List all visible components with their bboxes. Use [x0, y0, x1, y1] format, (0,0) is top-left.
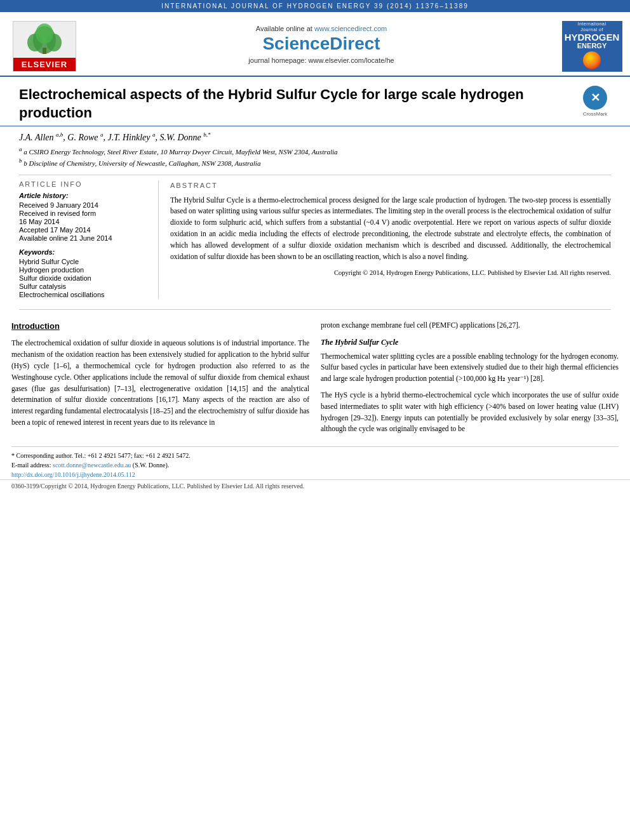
revised-label: Received in revised form — [19, 210, 149, 217]
doi-line: http://dx.doi.org/10.1016/j.ijhydene.201… — [11, 470, 619, 479]
keywords-section: Keywords: Hybrid Sulfur Cycle Hydrogen p… — [19, 248, 149, 298]
abstract-header: ABSTRACT — [170, 180, 611, 191]
crossmark-icon: ✕ — [583, 86, 607, 110]
bottom-bar: 0360-3199/Copyright © 2014, Hydrogen Ene… — [0, 479, 630, 492]
intro-para-1: The electrochemical oxidation of sulfur … — [11, 338, 309, 429]
authors-line: J.A. Allen a,b, G. Rowe a, J.T. Hinkley … — [19, 131, 611, 143]
body-right-column: proton exchange membrane fuel cell (PEMF… — [321, 320, 619, 440]
body-section: Introduction The electrochemical oxidati… — [0, 320, 630, 440]
footnote-section: * Corresponding author. Tel.: +61 2 4921… — [11, 446, 619, 479]
right-para-3: The HyS cycle is a hybrid thermo-electro… — [321, 390, 619, 435]
article-title: Electrochemical aspects of the Hybrid Su… — [19, 86, 570, 122]
keyword-4: Sulfur catalysis — [19, 283, 149, 290]
abstract-copyright: Copyright © 2014, Hydrogen Energy Public… — [170, 268, 611, 278]
right-para-1: proton exchange membrane fuel cell (PEMF… — [321, 320, 619, 331]
abstract-column: ABSTRACT The Hybrid Sulfur Cycle is a th… — [159, 180, 611, 299]
affiliation-1: a a CSIRO Energy Technology, Steel River… — [19, 145, 611, 157]
keyword-3: Sulfur dioxide oxidation — [19, 274, 149, 282]
journal-banner: INTERNATIONAL JOURNAL OF HYDROGEN ENERGY… — [0, 0, 630, 12]
section-divider — [19, 309, 611, 310]
elsevier-image: ELSEVIER — [13, 21, 76, 72]
article-info-column: ARTICLE INFO Article history: Received 9… — [19, 180, 159, 299]
crossmark-label: CrossMark — [583, 111, 608, 117]
elsevier-wordmark: ELSEVIER — [13, 58, 76, 71]
introduction-heading: Introduction — [11, 320, 309, 333]
elsevier-logo: ELSEVIER — [0, 17, 89, 76]
sciencedirect-header: Available online at www.sciencedirect.co… — [89, 17, 554, 76]
accepted-date: Accepted 17 May 2014 — [19, 226, 149, 234]
elsevier-tree-graphic — [22, 22, 67, 58]
right-para-2: Thermochemical water splitting cycles ar… — [321, 351, 619, 385]
email-line: E-mail address: scott.donne@newcastle.ed… — [11, 460, 619, 470]
sciencedirect-url-link[interactable]: www.sciencedirect.com — [314, 25, 387, 32]
doi-link[interactable]: http://dx.doi.org/10.1016/j.ijhydene.201… — [11, 471, 135, 478]
svg-point-4 — [36, 23, 53, 44]
received-date: Received 9 January 2014 — [19, 201, 149, 209]
crossmark-badge: ✕ CrossMark — [579, 86, 611, 117]
hys-cycle-heading: The Hybrid Sulfur Cycle — [321, 337, 619, 349]
corresponding-author: * Corresponding author. Tel.: +61 2 4921… — [11, 451, 619, 460]
journal-header: ELSEVIER Available online at www.science… — [0, 12, 630, 77]
h-logo-energy-text: ENERGY — [577, 42, 607, 50]
authors-section: J.A. Allen a,b, G. Rowe a, J.T. Hinkley … — [0, 126, 630, 171]
keyword-2: Hydrogen production — [19, 266, 149, 274]
hydrogen-logo-box: InternationalJournal of HYDROGEN ENERGY — [562, 21, 622, 72]
h-logo-circle — [583, 51, 601, 69]
keyword-5: Electrochemical oscillations — [19, 291, 149, 298]
body-left-column: Introduction The electrochemical oxidati… — [11, 320, 309, 440]
available-online-date: Available online 21 June 2014 — [19, 234, 149, 242]
sciencedirect-logo: ScienceDirect — [262, 34, 380, 54]
available-online-text: Available online at www.sciencedirect.co… — [256, 25, 387, 32]
journal-homepage-text: journal homepage: www.elsevier.com/locat… — [248, 57, 394, 64]
article-title-section: Electrochemical aspects of the Hybrid Su… — [0, 77, 630, 126]
abstract-text: The Hybrid Sulfur Cycle is a thermo-elec… — [170, 195, 611, 263]
keyword-1: Hybrid Sulfur Cycle — [19, 258, 149, 265]
article-history-label: Article history: — [19, 192, 149, 199]
hydrogen-energy-logo: InternationalJournal of HYDROGEN ENERGY — [554, 17, 630, 76]
revised-date: 16 May 2014 — [19, 218, 149, 225]
affiliation-2: b b Discipline of Chemistry, University … — [19, 157, 611, 168]
h-logo-intl-text: InternationalJournal of — [577, 22, 606, 32]
article-info-abstract-section: ARTICLE INFO Article history: Received 9… — [19, 175, 611, 299]
h-logo-hydrogen-text: HYDROGEN — [565, 32, 620, 42]
keywords-label: Keywords: — [19, 248, 149, 256]
email-link[interactable]: scott.donne@newcastle.edu.au — [53, 462, 131, 469]
article-info-header: ARTICLE INFO — [19, 180, 149, 188]
